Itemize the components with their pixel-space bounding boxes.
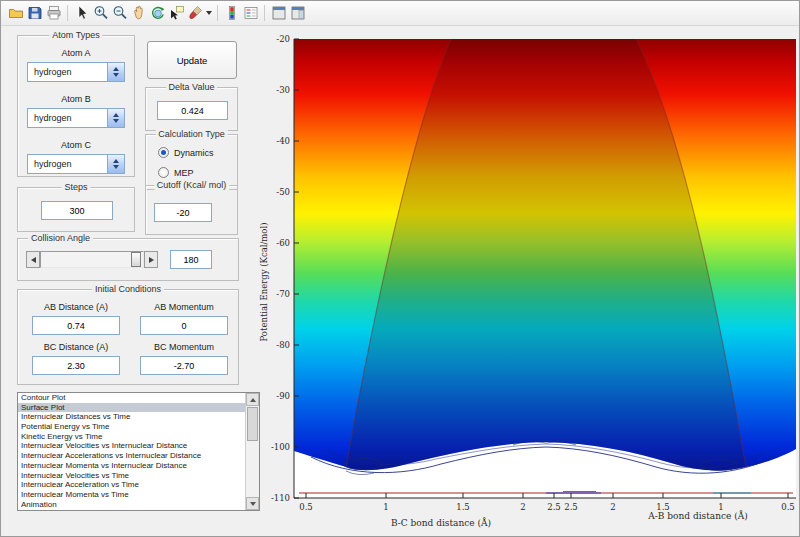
svg-text:1: 1 [383, 502, 388, 512]
collision-angle-slider-track[interactable] [40, 251, 144, 268]
svg-text:-60: -60 [276, 238, 290, 248]
collision-angle-panel: Collision Angle [17, 238, 239, 281]
figure-toolbar [1, 1, 799, 26]
calculation-type-title: Calculation Type [155, 129, 227, 139]
delta-value-panel: Delta Value [145, 87, 238, 131]
list-item[interactable]: Contour Plot [18, 393, 246, 403]
zoom-out-icon[interactable] [110, 4, 129, 23]
atom-b-value: hydrogen [28, 109, 107, 127]
svg-text:-100: -100 [271, 442, 290, 452]
list-item[interactable]: Internuclear Distances vs Time [18, 412, 246, 422]
atom-a-value: hydrogen [28, 63, 107, 81]
cutoff-panel: Cutoff (Kcal/ mol) [145, 185, 238, 235]
insert-colorbar-icon[interactable] [222, 4, 241, 23]
zoom-in-icon[interactable] [91, 4, 110, 23]
hide-plot-tools-icon[interactable] [269, 4, 288, 23]
steps-field[interactable] [41, 201, 113, 220]
steps-panel: Steps [17, 187, 135, 232]
atom-b-dropdown[interactable]: hydrogen [27, 108, 125, 128]
list-item[interactable]: Potential Energy vs Time [18, 422, 246, 432]
brush-dropdown-caret-icon[interactable] [205, 4, 213, 23]
svg-text:2.5: 2.5 [547, 502, 561, 512]
list-item[interactable]: Internuclear Acceleration vs Time [18, 480, 246, 490]
svg-text:-50: -50 [276, 187, 290, 197]
mep-radio[interactable]: MEP [158, 167, 194, 178]
update-button[interactable]: Update [147, 41, 237, 79]
slider-right-arrow[interactable] [144, 251, 158, 268]
atom-c-label: Atom C [18, 140, 134, 150]
delta-value-field[interactable] [157, 101, 228, 120]
slider-left-arrow[interactable] [26, 251, 40, 268]
svg-text:2: 2 [610, 502, 615, 512]
dropdown-arrows-icon[interactable] [107, 155, 124, 173]
insert-legend-icon[interactable] [241, 4, 260, 23]
svg-text:0.5: 0.5 [299, 502, 313, 512]
bc-distance-field[interactable] [32, 356, 120, 375]
svg-text:2.5: 2.5 [564, 502, 578, 512]
steps-title: Steps [61, 182, 90, 192]
atom-c-value: hydrogen [28, 155, 107, 173]
svg-text:-40: -40 [276, 136, 290, 146]
list-item[interactable]: Internuclear Momenta vs Internuclear Dis… [18, 461, 246, 471]
ab-distance-field[interactable] [32, 316, 120, 335]
rotate-3d-icon[interactable] [148, 4, 167, 23]
save-icon[interactable] [25, 4, 44, 23]
print-icon[interactable] [44, 4, 63, 23]
surface-graphic [294, 39, 796, 493]
radio-selected-icon[interactable] [158, 147, 169, 158]
ab-momentum-field[interactable] [140, 316, 228, 335]
list-item[interactable]: Internuclear Velocities vs Internuclear … [18, 441, 246, 451]
atom-a-dropdown[interactable]: hydrogen [27, 62, 125, 82]
collision-angle-slider-thumb[interactable] [131, 252, 141, 267]
dropdown-arrows-icon[interactable] [107, 63, 124, 81]
list-item[interactable]: Kinetic Energy vs Time [18, 432, 246, 442]
cursor-icon[interactable] [72, 4, 91, 23]
open-file-icon[interactable] [6, 4, 25, 23]
atom-types-panel: Atom Types Atom A hydrogen Atom B hydrog… [17, 35, 135, 177]
list-item[interactable]: Internuclear Momenta vs Time [18, 490, 246, 500]
bc-momentum-label: BC Momentum [134, 342, 234, 352]
svg-text:-70: -70 [276, 289, 290, 299]
list-item[interactable]: Internuclear Accelerations vs Internucle… [18, 451, 246, 461]
potential-energy-surface-plot: -20 -30 -40 -50 -60 -70 -80 -90 -100 -11… [251, 27, 800, 537]
svg-text:-80: -80 [276, 340, 290, 350]
dynamics-radio[interactable]: Dynamics [158, 147, 214, 158]
y-tick-labels: -20 -30 -40 -50 -60 -70 -80 -90 -100 -11… [271, 34, 290, 503]
atom-types-title: Atom Types [49, 30, 102, 40]
ab-distance-label: AB Distance (A) [26, 302, 126, 312]
svg-text:0.5: 0.5 [781, 502, 795, 512]
ab-momentum-label: AB Momentum [134, 302, 234, 312]
radio-unselected-icon[interactable] [158, 167, 169, 178]
initial-conditions-title: Initial Conditions [92, 284, 164, 294]
atom-c-dropdown[interactable]: hydrogen [27, 154, 125, 174]
show-plot-tools-icon[interactable] [288, 4, 307, 23]
atom-a-label: Atom A [18, 48, 134, 58]
initial-conditions-panel: Initial Conditions AB Distance (A) AB Mo… [17, 289, 239, 385]
data-cursor-icon[interactable] [167, 4, 186, 23]
dynamics-radio-label: Dynamics [174, 148, 214, 158]
bc-distance-label: BC Distance (A) [26, 342, 126, 352]
svg-text:2: 2 [520, 502, 525, 512]
list-item-selected[interactable]: Surface Plot [18, 403, 246, 413]
list-item[interactable]: Internuclear Velocities vs Time [18, 471, 246, 481]
bc-momentum-field[interactable] [140, 356, 228, 375]
toolbar-separator [264, 5, 265, 21]
delta-value-title: Delta Value [166, 82, 218, 92]
svg-text:1.5: 1.5 [456, 502, 470, 512]
toolbar-separator [217, 5, 218, 21]
mep-radio-label: MEP [174, 168, 194, 178]
x-axis-label-right: A-B bond distance (Å) [647, 510, 747, 521]
brush-icon[interactable] [186, 4, 205, 23]
y-axis-label: Potential Energy (Kcal/mol) [259, 222, 269, 341]
collision-angle-field[interactable] [170, 250, 212, 269]
dropdown-arrows-icon[interactable] [107, 109, 124, 127]
svg-text:-90: -90 [276, 391, 290, 401]
application-window: Atom Types Atom A hydrogen Atom B hydrog… [0, 0, 800, 537]
list-item[interactable]: Animation [18, 500, 246, 510]
cutoff-title: Cutoff (Kcal/ mol) [154, 180, 229, 190]
svg-text:-110: -110 [271, 493, 290, 503]
svg-text:-20: -20 [276, 34, 290, 44]
pan-hand-icon[interactable] [129, 4, 148, 23]
plot-type-listbox[interactable]: Contour Plot Surface Plot Internuclear D… [17, 392, 260, 511]
cutoff-field[interactable] [154, 203, 212, 222]
